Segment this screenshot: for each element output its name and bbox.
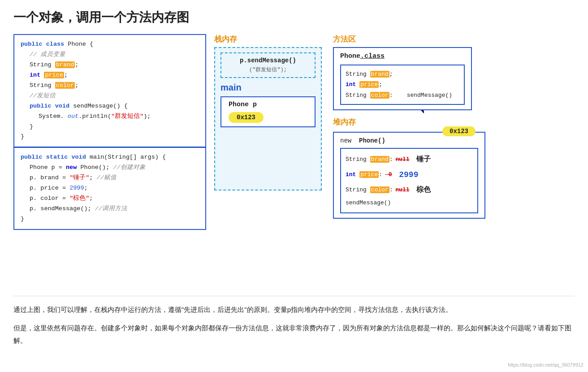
code-line: } [21, 214, 199, 225]
heap-outer: 0x123 new Phone() String brand: null 锤子 … [333, 132, 485, 219]
code-line: public class Phone { [21, 39, 199, 50]
phone-class-title: Phone.class [340, 52, 465, 60]
method-section: 方法区 Phone.class String brand; int price;… [333, 34, 472, 110]
code-line: System. out.println("群发短信"); [21, 112, 199, 122]
price-null: 0 [385, 169, 392, 181]
color-null: null [395, 184, 409, 196]
description-area: 通过上图，我们可以理解，在栈内存中运行的方法，遵循"先进后出，后进先出"的原则。… [13, 296, 575, 347]
code-line: String color; [21, 81, 199, 91]
watermark: https://blog.csdn.net/qq_36079912 [508, 362, 584, 368]
description-para-2: 但是，这里依然有问题存在。创建多个对象时，如果每个对象内部都保存一份方法信息，这… [13, 322, 575, 347]
heap-new-phone: new Phone() [340, 137, 478, 144]
code-line: p. brand = "锤子"; //赋值 [21, 173, 199, 183]
method-area-label: 方法区 [333, 34, 472, 44]
memory-area: 栈内存 p.sendMessage() ("群发短信"); main Phone… [214, 34, 575, 285]
code-line: p. price = 2999; [21, 183, 199, 194]
method-inner: String brand; int price; String color: s… [340, 65, 465, 105]
address-badge-heap: 0x123 [442, 126, 476, 136]
code-line: public void sendMessage() { [21, 101, 199, 112]
code-line: int price; [21, 70, 199, 81]
code-line: } [21, 132, 199, 142]
price-value: 2999 [395, 167, 419, 183]
code-comment: //发短信 [21, 91, 199, 101]
code-line: p. color = "棕色"; [21, 194, 199, 204]
code-comment: // 成员变量 [21, 50, 199, 60]
code-box-phone-class: public class Phone { // 成员变量 String bran… [13, 34, 206, 147]
stack-label: 栈内存 [214, 34, 322, 44]
code-line: Phone p = new Phone(); //创建对象 [21, 163, 199, 173]
sendmessage-method: sendMessage() [346, 197, 391, 209]
heap-label: 堆内存 [333, 117, 485, 127]
method-outer: Phone.class String brand; int price; Str… [333, 47, 472, 110]
diagram-area: public class Phone { // 成员变量 String bran… [13, 34, 575, 285]
code-line: String brand; [21, 60, 199, 70]
heap-field-row-color: String color: null 棕色 [346, 183, 473, 197]
heap-field-row-brand: String brand: null 锤子 [346, 152, 473, 167]
brand-null: null [395, 154, 409, 165]
description-para-1: 通过上图，我们可以理解，在栈内存中运行的方法，遵循"先进后出，后进先出"的原则。… [13, 303, 575, 316]
heap-field-row-sendmessage: sendMessage() [346, 197, 473, 209]
stack-section: 栈内存 p.sendMessage() ("群发短信"); main Phone… [214, 34, 322, 190]
method-field-color: String color: sendMessage() [346, 90, 459, 100]
method-call-text: p.sendMessage() [227, 57, 309, 64]
brand-label: String brand: [346, 154, 393, 165]
color-label: String color: [346, 184, 393, 196]
color-value: 棕色 [412, 183, 431, 197]
price-label: int price: [346, 169, 382, 181]
method-call-box: p.sendMessage() ("群发短信"); [220, 52, 316, 78]
heap-fields: String brand: null 锤子 int price: 0 2999 … [340, 148, 478, 213]
code-panels: public class Phone { // 成员变量 String bran… [13, 34, 206, 230]
method-field-brand: String brand; [346, 69, 459, 79]
phone-p-title: Phone p [229, 101, 307, 108]
code-line: } [21, 122, 199, 132]
main-label: main [220, 82, 316, 93]
code-box-main: public static void main(String[] args) {… [13, 147, 206, 230]
heap-section: 堆内存 0x123 new Phone() String brand: null… [333, 117, 485, 219]
phone-p-box: Phone p 0x123 [220, 96, 316, 127]
page-title: 一个对象，调用一个方法内存图 [13, 9, 575, 26]
code-line: public static void main(String[] args) { [21, 152, 199, 163]
brand-value: 锤子 [412, 152, 431, 167]
method-call-arg: ("群发短信"); [227, 66, 309, 74]
method-field-price: int price; [346, 79, 459, 90]
heap-field-row-price: int price: 0 2999 [346, 167, 473, 183]
stack-outer: p.sendMessage() ("群发短信"); main Phone p 0… [214, 47, 322, 190]
code-line: p. sendMessage(); //调用方法 [21, 204, 199, 214]
address-badge-stack: 0x123 [229, 112, 264, 123]
